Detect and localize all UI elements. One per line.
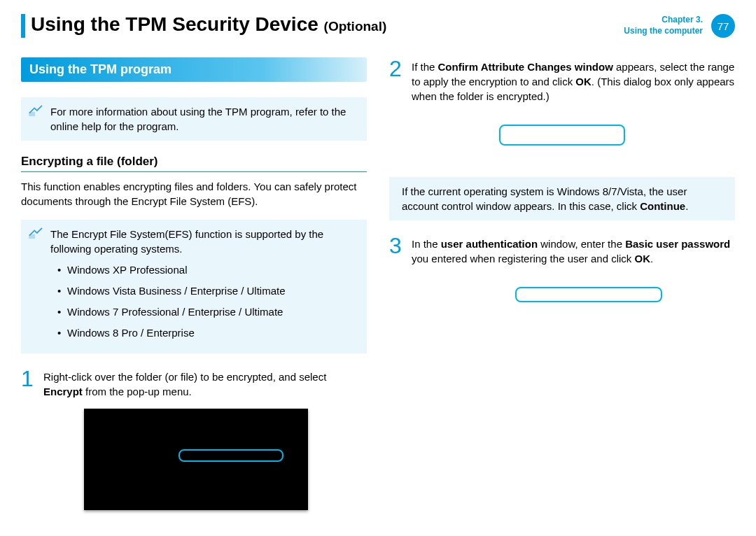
list-item: Windows Vista Business / Enterprise / Ul…	[55, 283, 358, 298]
svg-rect-0	[29, 112, 35, 116]
screenshot-context-menu	[84, 409, 308, 510]
section-title: Using the TPM program	[29, 62, 172, 76]
note-icon	[28, 104, 43, 117]
step-1: 1 Right-click over the folder (or file) …	[21, 367, 367, 399]
page-number: 77	[718, 20, 729, 32]
page-number-badge: 77	[711, 14, 735, 38]
list-item: Windows XP Professional	[55, 262, 358, 277]
step-2-text: If the Confirm Attribute Changes window …	[412, 57, 735, 104]
info-note-3: If the current operating system is Windo…	[389, 177, 735, 220]
step-number: 1	[21, 367, 36, 399]
step-number: 3	[389, 234, 405, 266]
chapter-label: Chapter 3. Using the computer	[624, 15, 703, 36]
intro-text: This function enables encrypting files a…	[21, 179, 367, 209]
left-column: Using the TPM program For more informati…	[21, 57, 367, 510]
info-note-1: For more information about using the TPM…	[21, 97, 367, 141]
chapter-line2: Using the computer	[624, 26, 703, 37]
page-title: Using the TPM Security Device (Optional)	[31, 14, 386, 36]
list-item: Windows 7 Professional / Enterprise / Ul…	[55, 304, 358, 319]
right-column: 2 If the Confirm Attribute Changes windo…	[389, 57, 735, 510]
note1-text: For more information about using the TPM…	[50, 106, 346, 132]
step-1-text: Right-click over the folder (or file) to…	[43, 367, 367, 399]
content-columns: Using the TPM program For more informati…	[21, 57, 735, 510]
svg-rect-1	[29, 234, 35, 239]
step-3-text: In the user authentication window, enter…	[412, 234, 735, 266]
note2-lead: The Encrypt File System(EFS) function is…	[50, 228, 323, 255]
chapter-line1: Chapter 3.	[624, 15, 703, 26]
section-banner: Using the TPM program	[21, 57, 367, 82]
header-meta: Chapter 3. Using the computer 77	[624, 14, 735, 38]
page-header: Using the TPM Security Device (Optional)…	[21, 14, 735, 38]
info-note-2: The Encrypt File System(EFS) function is…	[21, 220, 367, 353]
list-item: Windows 8 Pro / Enterprise	[55, 325, 358, 340]
step-number: 2	[389, 57, 405, 104]
highlight-ok-button-2	[515, 287, 662, 302]
subheading-encrypting: Encrypting a file (folder)	[21, 155, 367, 172]
title-main: Using the TPM Security Device	[31, 13, 318, 35]
highlight-ok-button-1	[499, 125, 625, 146]
os-list: Windows XP Professional Windows Vista Bu…	[50, 262, 358, 340]
step-2: 2 If the Confirm Attribute Changes windo…	[389, 57, 735, 104]
note-icon	[28, 227, 43, 239]
highlight-encrypt-menu-item	[178, 449, 284, 462]
step-3: 3 In the user authentication window, ent…	[389, 234, 735, 266]
title-optional: (Optional)	[324, 19, 387, 34]
